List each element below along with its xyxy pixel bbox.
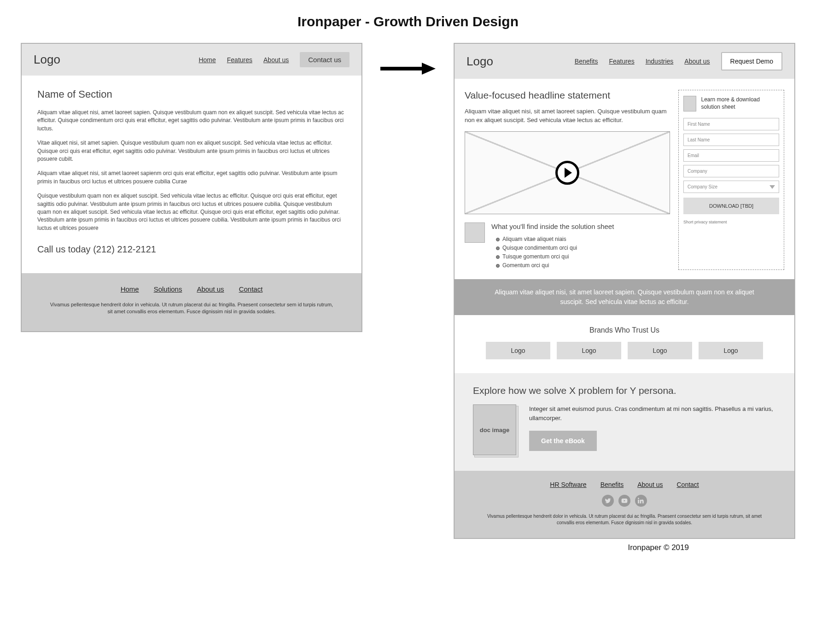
explore-heading: Explore how we solve X problem for Y per… xyxy=(473,385,776,396)
brand-logo: Logo xyxy=(486,342,550,359)
privacy-text: Short privacy statement xyxy=(683,220,779,224)
brands-heading: Brands Who Trust Us xyxy=(468,326,781,334)
list-item: Aliquam vitae aliquet niais xyxy=(496,235,670,244)
nav-industries[interactable]: Industries xyxy=(646,58,674,65)
brands-section: Brands Who Trust Us Logo Logo Logo Logo xyxy=(455,315,794,373)
nav-about[interactable]: About us xyxy=(684,58,710,65)
explore-text: Integer sit amet euismod purus. Cras con… xyxy=(529,404,776,422)
list-item: Gomentum orci qui xyxy=(496,261,670,270)
hero-heading: Value-focused headline statement xyxy=(465,90,670,101)
logo-text: Logo xyxy=(34,53,60,67)
video-placeholder[interactable] xyxy=(465,131,670,214)
page-title: Ironpaper - Growth Driven Design xyxy=(9,14,807,29)
header-bar: Logo Home Features About us Contact us xyxy=(22,44,361,76)
nav-benefits[interactable]: Benefits xyxy=(575,58,598,65)
list-item: Quisque condimentum orci qui xyxy=(496,244,670,252)
footer-text: Vivamus pellentesque hendrerit dolor in … xyxy=(49,301,334,316)
doc-image-icon: doc image xyxy=(473,404,516,455)
thumbnail-icon xyxy=(465,222,485,243)
download-button[interactable]: DOWNLOAD [TBD] xyxy=(683,198,779,214)
footer-link-benefits[interactable]: Benefits xyxy=(600,481,624,488)
copyright-text: Ironpaper © 2019 xyxy=(44,543,772,552)
form-lead-text: Learn more & download solution sheet xyxy=(701,96,779,111)
form-thumb-icon xyxy=(683,96,696,111)
nav-features[interactable]: Features xyxy=(227,56,252,64)
request-demo-button[interactable]: Request Demo xyxy=(721,52,782,70)
footer-link-solutions[interactable]: Solutions xyxy=(154,285,182,293)
section-heading: Name of Section xyxy=(37,88,346,100)
email-field[interactable]: Email xyxy=(683,149,779,162)
nav-home[interactable]: Home xyxy=(198,56,216,64)
footer-link-contact[interactable]: Contact xyxy=(676,481,699,488)
header-bar: Logo Benefits Features Industries About … xyxy=(455,44,794,79)
body-paragraph: Quisque vestibulum quam non ex aliquet s… xyxy=(37,192,346,232)
contact-us-button[interactable]: Contact us xyxy=(300,52,350,67)
wireframe-after: Logo Benefits Features Industries About … xyxy=(454,43,795,539)
inside-heading: What you'll find inside the solution she… xyxy=(491,222,670,230)
footer-link-home[interactable]: Home xyxy=(121,285,139,293)
footer-link-hr[interactable]: HR Software xyxy=(550,481,586,488)
brand-logo: Logo xyxy=(628,342,692,359)
hero-paragraph: Aliquam vitae aliquet nisi, sit amet lao… xyxy=(465,107,670,125)
company-field[interactable]: Company xyxy=(683,165,779,177)
wireframe-before: Logo Home Features About us Contact us N… xyxy=(21,43,362,332)
last-name-field[interactable]: Last Name xyxy=(683,134,779,146)
nav-about[interactable]: About us xyxy=(263,56,289,64)
body-paragraph: Aliquam vitae aliquet nisi, amet laoreet… xyxy=(37,109,346,133)
lead-form: Learn more & download solution sheet Fir… xyxy=(678,90,784,270)
quote-banner: Aliquam vitae aliquet nisi, sit amet lao… xyxy=(455,279,794,315)
footer-text: Vivamus pellentesque hendrerit dolor in … xyxy=(482,513,767,526)
youtube-icon[interactable] xyxy=(618,495,630,507)
footer-link-about[interactable]: About us xyxy=(197,285,224,293)
company-size-select[interactable]: Company Size xyxy=(683,181,779,193)
logo-text: Logo xyxy=(466,54,493,69)
body-paragraph: Vitae aliquet nisi, sit amet sapien. Qui… xyxy=(37,139,346,163)
chevron-down-icon xyxy=(769,185,775,189)
linkedin-icon[interactable] xyxy=(635,495,647,507)
footer-link-contact[interactable]: Contact xyxy=(239,285,263,293)
brand-logo: Logo xyxy=(699,342,763,359)
body-paragraph: Aliquam vitae aliquet nisi, sit amet lao… xyxy=(37,170,346,186)
call-us-text: Call us today (212) 212-2121 xyxy=(37,244,346,255)
explore-section: Explore how we solve X problem for Y per… xyxy=(455,373,794,471)
svg-marker-1 xyxy=(422,63,436,75)
footer-link-about[interactable]: About us xyxy=(637,481,663,488)
twitter-icon[interactable] xyxy=(602,495,614,507)
inside-list: Aliquam vitae aliquet niais Quisque cond… xyxy=(491,235,670,270)
nav-features[interactable]: Features xyxy=(609,58,634,65)
first-name-field[interactable]: First Name xyxy=(683,118,779,130)
brand-logo: Logo xyxy=(557,342,621,359)
footer: Home Solutions About us Contact Vivamus … xyxy=(22,273,361,331)
list-item: Tuisque gomentum orci qui xyxy=(496,252,670,261)
footer: HR Software Benefits About us Contact Vi… xyxy=(455,471,794,538)
get-ebook-button[interactable]: Get the eBook xyxy=(529,431,597,451)
arrow-icon xyxy=(380,62,436,76)
play-icon[interactable] xyxy=(555,161,579,185)
